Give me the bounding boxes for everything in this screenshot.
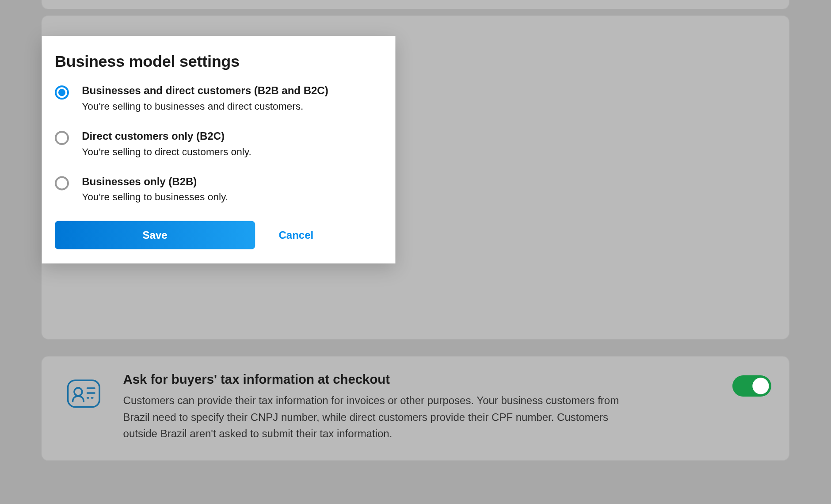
radio-option-b2b[interactable]: Businesses only (B2B) You're selling to … bbox=[55, 176, 382, 203]
radio-icon bbox=[55, 131, 69, 145]
radio-description: You're selling to direct customers only. bbox=[82, 146, 382, 158]
cancel-button[interactable]: Cancel bbox=[279, 229, 314, 241]
radio-label: Businesses and direct customers (B2B and… bbox=[82, 85, 382, 97]
radio-label: Direct customers only (B2C) bbox=[82, 130, 382, 143]
radio-icon bbox=[55, 85, 69, 99]
radio-label: Businesses only (B2B) bbox=[82, 176, 382, 188]
tax-section-description: Customers can provide their tax informat… bbox=[123, 393, 636, 443]
radio-description: You're selling to businesses and direct … bbox=[82, 101, 382, 113]
radio-option-b2c[interactable]: Direct customers only (B2C) You're selli… bbox=[55, 130, 382, 158]
svg-point-1 bbox=[74, 388, 82, 396]
toggle-knob bbox=[752, 378, 769, 394]
tax-section-title: Ask for buyers' tax information at check… bbox=[123, 372, 713, 387]
radio-option-b2b-b2c[interactable]: Businesses and direct customers (B2B and… bbox=[55, 85, 382, 113]
tax-info-toggle[interactable] bbox=[732, 375, 771, 397]
id-card-icon bbox=[64, 374, 103, 413]
save-button[interactable]: Save bbox=[55, 221, 255, 249]
business-model-card: Business model settings Businesses and d… bbox=[41, 15, 789, 340]
radio-icon bbox=[55, 176, 69, 191]
business-model-modal: Business model settings Businesses and d… bbox=[42, 36, 396, 263]
modal-title: Business model settings bbox=[55, 53, 382, 71]
radio-description: You're selling to businesses only. bbox=[82, 191, 382, 203]
previous-card-remnant bbox=[41, 0, 789, 9]
tax-info-card: Ask for buyers' tax information at check… bbox=[41, 356, 789, 461]
